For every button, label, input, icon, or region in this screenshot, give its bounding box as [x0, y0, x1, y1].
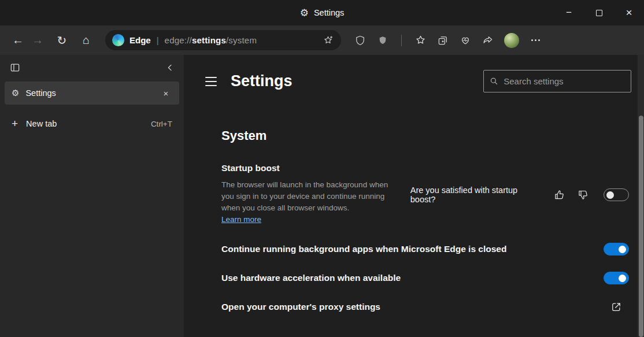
- background-apps-toggle[interactable]: [604, 243, 629, 255]
- toolbar-extensions-area: [354, 33, 542, 48]
- background-apps-label: Continue running background apps when Mi…: [221, 244, 506, 254]
- plus-icon: +: [12, 117, 18, 130]
- thumbs-up-button[interactable]: [552, 187, 567, 202]
- toolbar-divider: [401, 35, 402, 46]
- window-title-group: ⚙ Settings: [300, 0, 345, 25]
- new-tab-button[interactable]: + New tab Ctrl+T: [0, 112, 184, 136]
- back-icon: ←: [12, 34, 24, 47]
- settings-page: Settings System Startup boost The browse…: [184, 55, 644, 337]
- tab-close-button[interactable]: ×: [160, 88, 172, 98]
- share-icon[interactable]: [482, 34, 494, 47]
- settings-content: System Startup boost The browser will la…: [184, 92, 644, 321]
- edge-logo-icon: [112, 34, 124, 46]
- learn-more-link[interactable]: Learn more: [221, 215, 261, 224]
- url-scheme: edge://: [165, 35, 192, 45]
- vertical-tabs-sidebar: ⚙ Settings × + New tab Ctrl+T: [0, 55, 184, 337]
- feedback-question: Are you satisfied with startup boost?: [410, 186, 543, 204]
- new-tab-shortcut: Ctrl+T: [151, 120, 172, 128]
- collections-icon[interactable]: [436, 34, 449, 47]
- maximize-button[interactable]: [584, 0, 614, 25]
- section-title: System: [221, 128, 629, 143]
- refresh-icon: ↻: [57, 34, 67, 47]
- hardware-acceleration-row: Use hardware acceleration when available: [221, 264, 629, 292]
- scrollbar-thumb[interactable]: [639, 116, 643, 337]
- tab-actions-menu-icon[interactable]: [9, 62, 21, 73]
- home-button[interactable]: ⌂: [76, 31, 96, 50]
- minimize-icon: −: [566, 7, 572, 18]
- url-host: settings: [192, 35, 226, 45]
- settings-gear-icon: ⚙: [300, 8, 309, 18]
- startup-boost-title: Startup boost: [221, 163, 410, 173]
- ellipsis-icon: [531, 39, 540, 41]
- minimize-button[interactable]: −: [554, 0, 584, 25]
- search-icon: [490, 76, 498, 86]
- proxy-settings-label: Open your computer's proxy settings: [221, 302, 380, 312]
- tab-label: Settings: [25, 88, 153, 98]
- hardware-acceleration-label: Use hardware acceleration when available: [221, 273, 401, 283]
- thumbs-down-button[interactable]: [575, 187, 590, 202]
- settings-header: Settings: [184, 55, 644, 92]
- address-bar-divider: |: [157, 35, 159, 45]
- new-tab-label: New tab: [26, 119, 143, 128]
- tab-gear-icon: ⚙: [12, 88, 19, 98]
- proxy-settings-row[interactable]: Open your computer's proxy settings: [221, 292, 629, 321]
- home-icon: ⌂: [83, 34, 90, 47]
- browser-toolbar: ← → ↻ ⌂ Edge | edge://settings/system: [0, 25, 644, 55]
- address-bar-brand: Edge: [129, 35, 151, 45]
- shield-extension-icon[interactable]: [354, 34, 367, 47]
- profile-avatar[interactable]: [504, 33, 519, 48]
- close-icon: ×: [626, 6, 632, 19]
- collapse-pane-button[interactable]: [165, 63, 175, 72]
- titlebar: ⚙ Settings − ×: [0, 0, 644, 25]
- maximize-icon: [596, 10, 602, 16]
- sidebar-top-row: [0, 55, 184, 80]
- address-url: edge://settings/system: [165, 35, 257, 45]
- external-link-icon: [609, 300, 623, 314]
- scrollbar[interactable]: [638, 55, 644, 337]
- window-title: Settings: [314, 8, 344, 17]
- close-button[interactable]: ×: [614, 0, 644, 25]
- startup-boost-row: Startup boost The browser will launch in…: [221, 163, 629, 224]
- forward-button[interactable]: →: [28, 31, 47, 50]
- startup-boost-feedback: Are you satisfied with startup boost?: [410, 165, 629, 224]
- url-path: /system: [226, 35, 257, 45]
- tab-settings[interactable]: ⚙ Settings ×: [5, 82, 179, 105]
- settings-menu-button[interactable]: [529, 34, 542, 47]
- search-input[interactable]: [504, 76, 625, 86]
- settings-search[interactable]: [483, 70, 631, 92]
- startup-boost-toggle[interactable]: [604, 188, 629, 201]
- background-apps-row: Continue running background apps when Mi…: [221, 235, 629, 264]
- window-controls: − ×: [554, 0, 644, 25]
- hardware-acceleration-toggle[interactable]: [604, 272, 629, 284]
- forward-icon: →: [32, 34, 43, 47]
- favorites-icon[interactable]: [414, 34, 427, 47]
- address-bar[interactable]: Edge | edge://settings/system: [105, 30, 341, 50]
- add-favorite-button[interactable]: [321, 34, 334, 47]
- settings-menu-toggle[interactable]: [205, 77, 217, 86]
- browser-essentials-icon[interactable]: [459, 34, 472, 47]
- back-button[interactable]: ←: [8, 31, 28, 50]
- page-title: Settings: [231, 72, 293, 90]
- password-extension-icon[interactable]: [376, 34, 389, 47]
- startup-boost-description: The browser will launch in the backgroun…: [221, 179, 401, 214]
- refresh-button[interactable]: ↻: [52, 31, 72, 50]
